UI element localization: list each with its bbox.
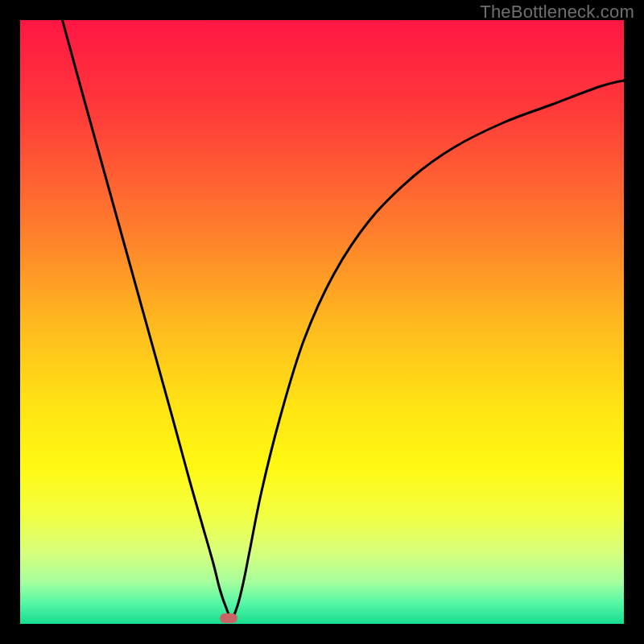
watermark-text: TheBottleneck.com	[480, 2, 634, 23]
chart-plot-area	[20, 20, 624, 624]
chart-marker	[220, 613, 237, 623]
chart-curve	[20, 20, 624, 624]
